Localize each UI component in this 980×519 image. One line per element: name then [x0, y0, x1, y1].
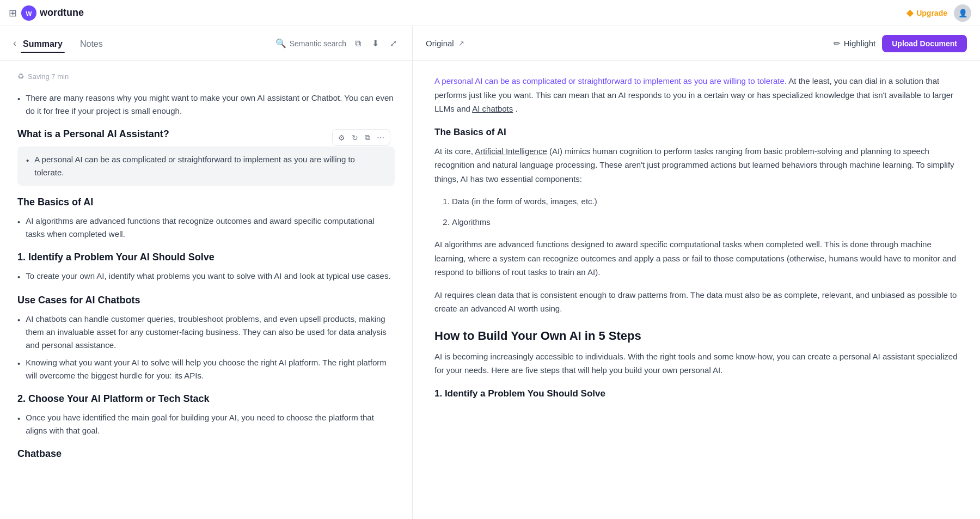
upload-doc-label: Upload Document	[892, 39, 957, 48]
navbar-left: ⊞ w wordtune	[9, 5, 84, 21]
highlighted-bullet-text: A personal AI can be as complicated or s…	[34, 153, 386, 179]
tab-notes[interactable]: Notes	[78, 35, 105, 52]
highlight-icon: ✏	[834, 39, 841, 48]
share-button[interactable]: ⤢	[388, 36, 399, 51]
right-section2-para: AI requires clean data that is consisten…	[434, 288, 958, 316]
section5-bullet-text: Once you have identified the main goal f…	[26, 411, 395, 437]
navbar-right: ◆ Upgrade 👤	[906, 4, 971, 22]
section4-heading: Use Cases for AI Chatbots	[17, 295, 395, 306]
semantic-search-icon: 🔍	[275, 38, 286, 48]
download-button[interactable]: ⬇	[370, 36, 381, 51]
ai-components-list: Data (in the form of words, images, etc.…	[434, 194, 958, 229]
saving-icon: ♻	[17, 72, 24, 81]
right-section1-heading: The Basics of AI	[434, 127, 958, 138]
right-content: A personal AI can be as complicated or s…	[413, 61, 980, 519]
card-action-copy[interactable]: ⧉	[364, 132, 371, 143]
highlight-button[interactable]: ✏ Highlight	[834, 39, 875, 48]
intro-end: .	[515, 104, 517, 113]
bullet-dot: •	[17, 314, 20, 352]
artificial-intelligence-link[interactable]: Artificial Intelligence	[475, 146, 547, 156]
upgrade-button[interactable]: ◆ Upgrade	[906, 8, 947, 18]
logo-text: wordtune	[40, 7, 84, 19]
grid-icon[interactable]: ⊞	[9, 7, 17, 19]
logo-icon: w	[21, 5, 36, 21]
highlighted-bullet-wrapper: ⚙ ↻ ⧉ ⋯ • A personal AI can be as compli…	[17, 146, 395, 186]
list-item: • There are many reasons why you might w…	[17, 91, 395, 118]
bullet-dot: •	[17, 93, 20, 118]
intro-section: • There are many reasons why you might w…	[17, 91, 395, 118]
intro-bullet-text: There are many reasons why you might wan…	[26, 91, 395, 118]
left-header: ‹ Summary Notes 🔍 Semantic search ⧉ ⬇	[0, 26, 412, 61]
highlight-label: Highlight	[844, 39, 875, 48]
right-section3-heading: How to Build Your Own AI in 5 Steps	[434, 329, 958, 343]
semantic-search-label: Semantic search	[290, 39, 346, 48]
upgrade-label: Upgrade	[916, 9, 947, 17]
section3-bullet-text: To create your own AI, identify what pro…	[26, 270, 390, 284]
highlighted-bullet-card: • A personal AI can be as complicated or…	[17, 146, 395, 186]
right-header: Original ↗ ✏ Highlight Upload Document	[413, 26, 980, 61]
left-content: ♻ Saving 7 min • There are many reasons …	[0, 61, 412, 519]
section4-bullet1-text: AI chatbots can handle customer queries,…	[26, 313, 395, 352]
highlighted-intro-text: A personal AI can be as complicated or s…	[434, 76, 787, 86]
copy-button[interactable]: ⧉	[353, 36, 363, 51]
list-item: • AI algorithms are advanced functions t…	[17, 215, 395, 241]
ai-chatbots-link[interactable]: AI chatbots	[472, 104, 513, 113]
list-item: • To create your own AI, identify what p…	[17, 270, 395, 284]
section6-heading: Chatbase	[17, 448, 395, 460]
navbar: ⊞ w wordtune ◆ Upgrade 👤	[0, 0, 980, 26]
right-section3-para: AI is becoming increasingly accessible t…	[434, 350, 958, 377]
section4-bullet2-text: Knowing what you want your AI to solve w…	[26, 356, 395, 382]
list-item: Algorithms	[452, 215, 958, 229]
bullet-dot: •	[17, 216, 20, 241]
avatar[interactable]: 👤	[954, 4, 971, 22]
right-section1-para: At its core, Artificial Intelligence (AI…	[434, 144, 958, 186]
saving-indicator: ♻ Saving 7 min	[17, 72, 395, 81]
section5-bullets: • Once you have identified the main goal…	[17, 411, 395, 437]
external-link-icon[interactable]: ↗	[458, 39, 464, 47]
list-item: • A personal AI can be as complicated or…	[26, 153, 386, 179]
bullet-dot: •	[17, 412, 20, 437]
bullet-dot: •	[17, 357, 20, 382]
card-action-more[interactable]: ⋯	[376, 132, 385, 143]
left-actions: 🔍 Semantic search ⧉ ⬇ ⤢	[275, 36, 399, 51]
saving-label: Saving 7 min	[28, 72, 69, 81]
section3-heading: 1. Identify a Problem Your AI Should Sol…	[17, 252, 395, 263]
list-item: • AI chatbots can handle customer querie…	[17, 313, 395, 352]
right-section3-sub-heading: 1. Identify a Problem You Should Solve	[434, 388, 958, 399]
left-panel: ‹ Summary Notes 🔍 Semantic search ⧉ ⬇	[0, 26, 413, 519]
card-action-refresh[interactable]: ↻	[351, 132, 359, 143]
list-item: • Knowing what you want your AI to solve…	[17, 356, 395, 382]
section2-highlighted-block: AI algorithms are advanced functions des…	[434, 237, 958, 279]
tab-summary[interactable]: Summary	[21, 35, 65, 52]
section2-bullet-text: AI algorithms are advanced functions tha…	[26, 215, 395, 241]
right-actions: ✏ Highlight Upload Document	[834, 35, 967, 52]
back-button[interactable]: ‹	[13, 38, 16, 49]
section5-heading: 2. Choose Your AI Platform or Tech Stack	[17, 393, 395, 405]
card-actions: ⚙ ↻ ⧉ ⋯	[332, 129, 390, 146]
bullet-dot: •	[17, 271, 20, 284]
section3-bullets: • To create your own AI, identify what p…	[17, 270, 395, 284]
original-text: Original	[426, 39, 454, 48]
list-item-2-text: Algorithms	[452, 217, 491, 227]
nav-logo: w wordtune	[21, 5, 84, 21]
section4-bullets: • AI chatbots can handle customer querie…	[17, 313, 395, 382]
list-item: Data (in the form of words, images, etc.…	[452, 194, 958, 209]
right-intro-para: A personal AI can be as complicated or s…	[434, 74, 958, 116]
main-container: ‹ Summary Notes 🔍 Semantic search ⧉ ⬇	[0, 0, 980, 519]
upload-document-button[interactable]: Upload Document	[882, 35, 967, 52]
original-label: Original ↗	[426, 39, 464, 48]
section2-heading: The Basics of AI	[17, 197, 395, 208]
bullet-dot: •	[26, 154, 29, 179]
diamond-icon: ◆	[906, 8, 913, 18]
section2-bullets: • AI algorithms are advanced functions t…	[17, 215, 395, 241]
left-tabs: Summary Notes	[21, 35, 118, 52]
list-item: • Once you have identified the main goal…	[17, 411, 395, 437]
list-item-1-text: Data (in the form of words, images, etc.…	[452, 197, 597, 206]
right-panel: Original ↗ ✏ Highlight Upload Document A…	[413, 26, 980, 519]
card-action-gear[interactable]: ⚙	[337, 132, 346, 143]
semantic-search-button[interactable]: 🔍 Semantic search	[275, 38, 346, 48]
